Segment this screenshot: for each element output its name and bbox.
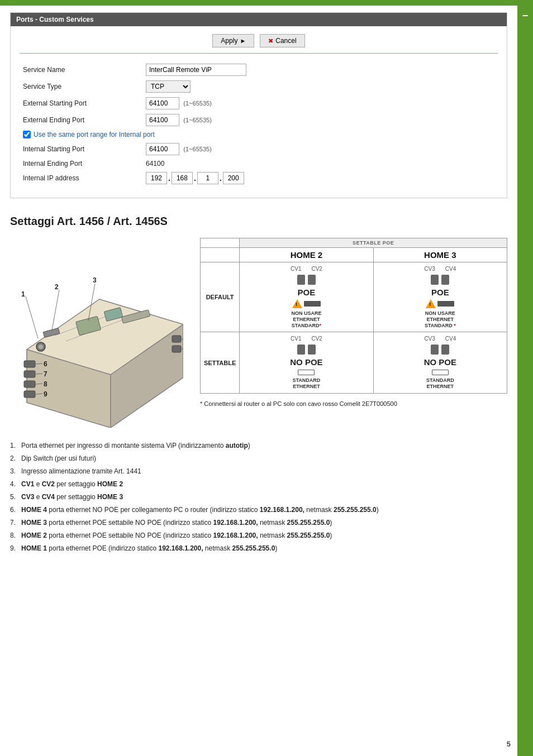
home3-connectors <box>430 274 450 285</box>
list-item-1: 1. Porta ethernet per ingresso di montan… <box>10 441 507 451</box>
item-6-num: 6. <box>10 505 16 515</box>
svg-point-17 <box>39 344 43 349</box>
ip-octet1-input[interactable] <box>146 172 167 184</box>
ext-start-port-hint: (1~65535) <box>183 100 211 107</box>
home3-standard-ethernet-label: STANDARDETHERNET <box>426 377 454 390</box>
diagram-wrapper: 1 2 3 4 5 6 7 8 9 <box>10 238 507 429</box>
service-type-select[interactable]: TCP UDP Both <box>146 80 191 93</box>
internal-ip-row: Internal IP address . . . <box>20 170 498 186</box>
home3-header: HOME 3 <box>376 250 505 260</box>
minus-icon[interactable]: − <box>522 10 529 22</box>
ports-panel: Ports - Custom Services Apply ► ✖ Cancel… <box>10 12 507 198</box>
home2-standard-ethernet-label: STANDARDETHERNET <box>293 377 321 390</box>
service-type-label: Service Type <box>20 78 142 95</box>
same-range-row: Use the same port range for Internal por… <box>20 128 498 141</box>
apply-arrow-icon: ► <box>240 37 246 44</box>
default-label: DEFAULT <box>206 294 234 300</box>
home3-default-poe-label: POE <box>431 288 449 297</box>
list-item-5: 5. CV3 e CV4 per settaggio HOME 3 <box>10 492 507 502</box>
home2-header: HOME 2 <box>242 250 370 260</box>
svg-text:9: 9 <box>44 390 47 398</box>
svg-rect-14 <box>172 346 181 352</box>
int-end-port-value: 64100 <box>146 160 164 168</box>
svg-line-22 <box>52 290 59 330</box>
cv1-cv2-label: CV1CV2 <box>291 266 322 272</box>
settaggi-title: Settaggi Art. 1456 / Art. 1456S <box>10 215 507 228</box>
service-name-input[interactable] <box>146 64 246 76</box>
item-7-num: 7. <box>10 518 16 528</box>
page-number: 5 <box>507 740 511 748</box>
list-item-7: 7. HOME 3 porta ethernet POE settabile N… <box>10 518 507 528</box>
same-range-checkbox[interactable] <box>23 131 31 138</box>
int-start-port-input[interactable] <box>146 143 179 155</box>
toolbar: Apply ► ✖ Cancel <box>20 34 498 54</box>
list-item-6: 6. HOME 4 porta ethernet NO POE per coll… <box>10 505 507 515</box>
ports-panel-title: Ports - Custom Services <box>16 16 94 23</box>
ext-end-port-input[interactable] <box>146 114 179 126</box>
home2-eth-open <box>298 370 315 375</box>
svg-rect-9 <box>24 361 35 367</box>
poe-table-area: SETTABLE POE HOME 2 HOME 3 <box>200 238 507 429</box>
service-type-row: Service Type TCP UDP Both <box>20 78 498 95</box>
svg-rect-10 <box>24 371 35 377</box>
cv1-cv2-label-s: CV1CV2 <box>291 336 322 342</box>
home3-warn-row <box>426 299 454 308</box>
ip-address-group: . . . <box>146 172 494 184</box>
cv3-connector-icon <box>431 275 439 285</box>
cv2-connector-icon <box>308 275 316 285</box>
int-start-port-row: Internal Starting Port (1~65535) <box>20 141 498 157</box>
cv3-cv4-label: CV3CV4 <box>424 266 456 272</box>
apply-label: Apply <box>221 37 237 45</box>
ext-start-port-input[interactable] <box>146 97 179 109</box>
home3-nopoe-label: NO POE <box>424 357 456 367</box>
apply-button[interactable]: Apply ► <box>212 34 254 47</box>
settable-poe-header: SETTABLE POE <box>241 240 505 246</box>
item-2-num: 2. <box>10 453 16 463</box>
eth-connector-h3 <box>437 301 454 307</box>
home3-eth-open <box>432 370 449 375</box>
cancel-button[interactable]: ✖ Cancel <box>260 34 304 47</box>
ip-dot-2: . <box>194 174 196 183</box>
svg-text:6: 6 <box>44 360 47 368</box>
item-8-num: 8. <box>10 530 16 540</box>
settable-row: SETTABLE CV1CV2 <box>201 332 507 394</box>
cv4-connector-icon <box>441 275 449 285</box>
item-5-num: 5. <box>10 492 16 502</box>
home2-connectors <box>297 274 316 285</box>
int-start-port-label: Internal Starting Port <box>20 141 142 157</box>
same-range-text: Use the same port range for Internal por… <box>34 131 155 138</box>
home3-default-cell: CV3CV4 POE <box>377 266 503 328</box>
svg-text:3: 3 <box>93 276 97 284</box>
service-name-label: Service Name <box>20 61 142 78</box>
ip-octet2-input[interactable] <box>172 172 193 184</box>
home3-nonusare-label: NON USAREETHERNETSTANDARD * <box>425 310 456 328</box>
home2-settable-connectors <box>297 344 316 355</box>
list-item-3: 3. Ingresso alimentazione tramite Art. 1… <box>10 466 507 476</box>
ip-octet3-input[interactable] <box>197 172 218 184</box>
home2-default-cell: CV1CV2 POE <box>243 266 369 328</box>
ext-start-port-row: External Starting Port (1~65535) <box>20 95 498 112</box>
same-range-label[interactable]: Use the same port range for Internal por… <box>23 131 494 138</box>
cancel-label: Cancel <box>275 37 296 45</box>
default-row: DEFAULT CV1CV2 <box>201 262 507 332</box>
numbered-list: 1. Porta ethernet per ingresso di montan… <box>10 441 507 553</box>
cv3-settable-icon <box>431 344 439 355</box>
ext-end-port-label: External Ending Port <box>20 112 142 128</box>
ip-octet4-input[interactable] <box>223 172 244 184</box>
home2-warn-row <box>292 299 321 308</box>
right-sidebar: − <box>517 0 533 756</box>
ports-form-table: Service Name Service Type TCP UDP Both <box>20 61 498 186</box>
item-9-num: 9. <box>10 543 16 553</box>
device-diagram-svg: 1 2 3 4 5 6 7 8 9 <box>10 238 183 428</box>
eth-connector-h2 <box>304 301 321 307</box>
warning-icon-h2 <box>292 299 302 308</box>
footnote-text: * Connettersi al router o al PC solo con… <box>200 400 397 407</box>
poe-table: SETTABLE POE HOME 2 HOME 3 <box>200 238 507 394</box>
int-start-port-hint: (1~65535) <box>183 146 211 152</box>
home2-default-poe-label: POE <box>298 288 316 297</box>
home2-settable-cell: CV1CV2 NO POE <box>243 336 369 390</box>
ip-dot-3: . <box>220 174 222 183</box>
list-item-2: 2. Dip Switch (per usi futuri) <box>10 453 507 463</box>
svg-rect-13 <box>172 336 181 342</box>
eth-open-h2 <box>298 370 315 375</box>
